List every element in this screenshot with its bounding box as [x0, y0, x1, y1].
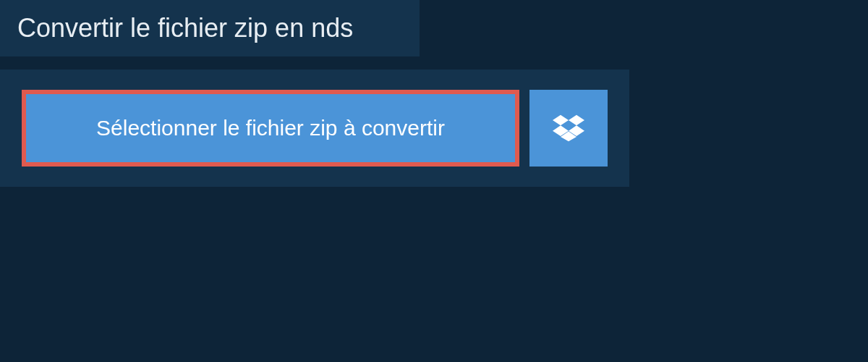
select-file-label: Sélectionner le fichier zip à convertir — [96, 116, 445, 140]
action-panel: Sélectionner le fichier zip à convertir — [0, 70, 629, 187]
dropbox-icon — [553, 112, 584, 144]
title-bar: Convertir le fichier zip en nds — [0, 0, 420, 56]
dropbox-button[interactable] — [529, 90, 608, 167]
page-title: Convertir le fichier zip en nds — [17, 13, 402, 43]
select-file-button[interactable]: Sélectionner le fichier zip à convertir — [22, 90, 519, 167]
